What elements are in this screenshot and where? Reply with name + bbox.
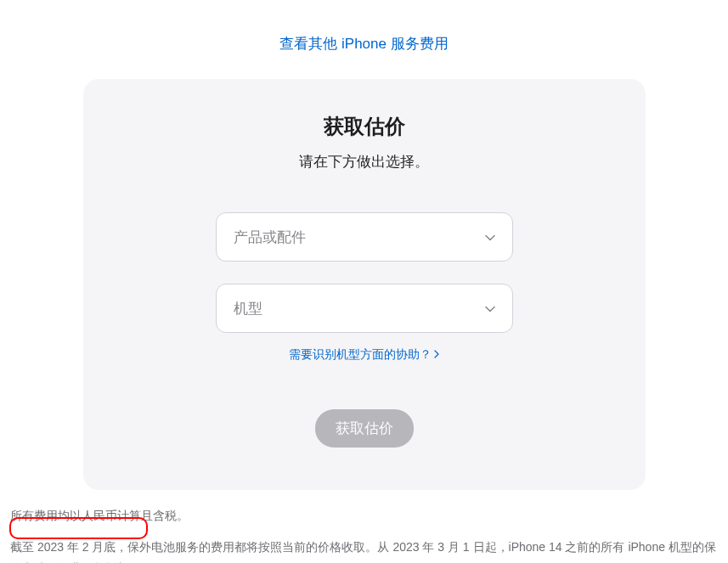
model-select[interactable]: 机型	[216, 284, 513, 333]
footer-line2: 截至 2023 年 2 月底，保外电池服务的费用都将按照当前的价格收取。从 20…	[10, 537, 718, 563]
get-estimate-button[interactable]: 获取估价	[315, 409, 414, 448]
footer-line1: 所有费用均以人民币计算且含税。	[10, 505, 718, 526]
chevron-down-icon	[485, 230, 495, 244]
card-subtitle: 请在下方做出选择。	[100, 152, 629, 172]
top-link-container: 查看其他 iPhone 服务费用	[0, 0, 728, 53]
help-link-label: 需要识别机型方面的协助？	[289, 347, 432, 363]
identify-model-help-link[interactable]: 需要识别机型方面的协助？	[289, 347, 439, 363]
other-service-fees-link[interactable]: 查看其他 iPhone 服务费用	[279, 36, 448, 52]
card-title: 获取估价	[100, 113, 629, 140]
model-select-placeholder: 机型	[234, 299, 485, 318]
chevron-right-icon	[434, 350, 439, 360]
product-select-placeholder: 产品或配件	[234, 228, 485, 247]
footer-text: 所有费用均以人民币计算且含税。 截至 2023 年 2 月底，保外电池服务的费用…	[0, 490, 728, 563]
estimate-card: 获取估价 请在下方做出选择。 产品或配件 机型 需要识别机型方面的协助？ 获取估…	[83, 79, 646, 490]
chevron-down-icon	[485, 301, 495, 315]
product-select[interactable]: 产品或配件	[216, 212, 513, 262]
